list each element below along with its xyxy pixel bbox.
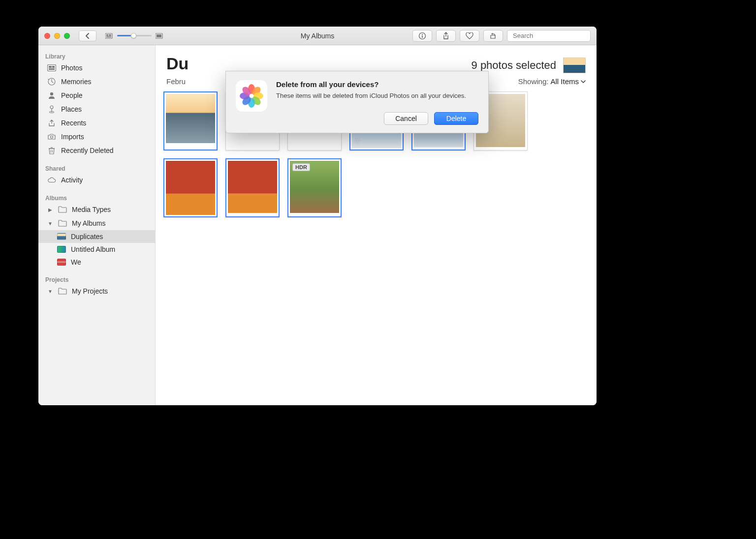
photo-thumbnail[interactable]: HDR: [287, 158, 342, 217]
maximize-window[interactable]: [64, 33, 70, 39]
delete-button[interactable]: Delete: [434, 112, 478, 125]
people-icon: [47, 91, 56, 100]
album-thumbnail-icon: [57, 246, 66, 253]
recents-icon: [47, 119, 56, 127]
imports-icon: [47, 132, 56, 141]
chevron-down-icon: [581, 80, 586, 84]
dialog-message: These items will be deleted from iCloud …: [276, 91, 478, 100]
app-window: My Albums Library PhotosMemoriesPeopl: [38, 27, 597, 405]
svg-point-17: [50, 106, 53, 109]
showing-label: Showing:: [518, 77, 549, 86]
sidebar-item-recents[interactable]: Recents: [38, 116, 155, 130]
minimize-window[interactable]: [54, 33, 60, 39]
folder-icon: [58, 205, 67, 214]
heart-icon: [466, 32, 473, 39]
sidebar-item-recently-deleted[interactable]: Recently Deleted: [38, 144, 155, 157]
sidebar-item-label: We: [71, 258, 81, 266]
disclosure-down-icon: ▼: [47, 289, 53, 294]
sidebar-album-we[interactable]: We: [38, 256, 155, 269]
svg-point-16: [50, 92, 53, 95]
selection-thumbnail: [563, 58, 586, 73]
album-thumbnail-icon: [57, 259, 66, 266]
sidebar-item-label: Media Types: [72, 206, 111, 213]
sidebar-item-label: Duplicates: [71, 233, 103, 240]
folder-icon: [58, 219, 67, 228]
photos-icon: [47, 63, 56, 72]
sidebar-my-albums[interactable]: ▼ My Albums: [38, 216, 155, 230]
svg-rect-14: [52, 66, 55, 68]
svg-rect-5: [157, 34, 161, 37]
search-input[interactable]: [513, 32, 596, 39]
thumbnail-small-icon: [105, 33, 113, 39]
folder-icon: [58, 287, 67, 296]
memories-icon: [47, 77, 56, 86]
sidebar-my-projects[interactable]: ▼ My Projects: [38, 284, 155, 298]
trash-icon: [47, 146, 56, 155]
album-thumbnail-icon: [57, 233, 66, 240]
sidebar-item-label: Photos: [61, 64, 83, 72]
album-date: Febru: [166, 77, 186, 86]
sidebar-item-label: My Albums: [72, 219, 105, 227]
selection-count: 9 photos selected: [472, 59, 556, 72]
back-button[interactable]: [79, 30, 96, 41]
sidebar-item-memories[interactable]: Memories: [38, 75, 155, 89]
sidebar-item-places[interactable]: Places: [38, 102, 155, 116]
section-library: Library: [38, 50, 155, 61]
titlebar: My Albums: [38, 27, 597, 45]
photo-thumbnail[interactable]: [163, 158, 218, 217]
zoom-control: [105, 33, 163, 39]
showing-value: All Items: [550, 77, 579, 86]
sidebar-item-imports[interactable]: Imports: [38, 130, 155, 144]
share-icon: [442, 32, 449, 40]
svg-rect-13: [49, 68, 55, 70]
album-title: Du: [166, 54, 189, 73]
share-button[interactable]: [436, 30, 456, 42]
sidebar-album-duplicates[interactable]: Duplicates: [38, 230, 155, 243]
sidebar-item-label: Places: [61, 105, 82, 113]
sidebar-item-label: My Projects: [72, 287, 108, 295]
favorite-heart-icon: ♡: [354, 138, 361, 146]
svg-point-20: [51, 136, 53, 138]
favorite-button[interactable]: [460, 30, 479, 42]
disclosure-down-icon: ▼: [47, 221, 53, 226]
sidebar-item-people[interactable]: People: [38, 89, 155, 102]
sidebar-item-label: Recently Deleted: [61, 147, 114, 154]
photo-thumbnail[interactable]: [163, 91, 218, 150]
zoom-slider[interactable]: [117, 35, 152, 36]
sidebar-item-label: Memories: [61, 78, 91, 86]
rotate-button[interactable]: [483, 30, 503, 42]
sidebar-item-label: Imports: [61, 133, 84, 141]
sidebar-item-label: Activity: [61, 176, 83, 184]
section-albums: Albums: [38, 192, 155, 203]
photo-thumbnail[interactable]: [225, 158, 280, 217]
disclosure-right-icon: ▶: [47, 207, 53, 212]
sidebar: Library PhotosMemoriesPeoplePlacesRecent…: [38, 45, 156, 405]
sidebar-item-label: Recents: [61, 119, 86, 127]
close-window[interactable]: [44, 33, 50, 39]
svg-rect-8: [422, 35, 422, 38]
svg-rect-3: [106, 36, 111, 37]
search-field[interactable]: [507, 30, 591, 42]
rotate-icon: [489, 32, 497, 40]
sidebar-item-label: Untitled Album: [71, 245, 115, 253]
cloud-icon: [47, 176, 56, 184]
sidebar-media-types[interactable]: ▶ Media Types: [38, 203, 155, 216]
places-icon: [47, 105, 56, 114]
cancel-button[interactable]: Cancel: [384, 112, 428, 125]
svg-rect-2: [109, 34, 111, 36]
chevron-left-icon: [85, 33, 90, 39]
svg-rect-12: [49, 66, 52, 68]
sidebar-item-activity[interactable]: Activity: [38, 173, 155, 187]
info-button[interactable]: [412, 30, 432, 42]
delete-dialog: Delete from all your devices? These item…: [225, 71, 489, 133]
traffic-lights: [44, 33, 70, 39]
section-projects: Projects: [38, 273, 155, 284]
thumbnail-large-icon: [156, 33, 163, 39]
sidebar-album-untitled-album[interactable]: Untitled Album: [38, 243, 155, 256]
sidebar-item-photos[interactable]: Photos: [38, 61, 155, 75]
svg-point-7: [422, 34, 423, 35]
photos-app-icon: [236, 80, 267, 112]
info-icon: [418, 32, 426, 40]
dialog-title: Delete from all your devices?: [276, 80, 478, 89]
showing-filter[interactable]: Showing: All Items: [518, 77, 586, 86]
